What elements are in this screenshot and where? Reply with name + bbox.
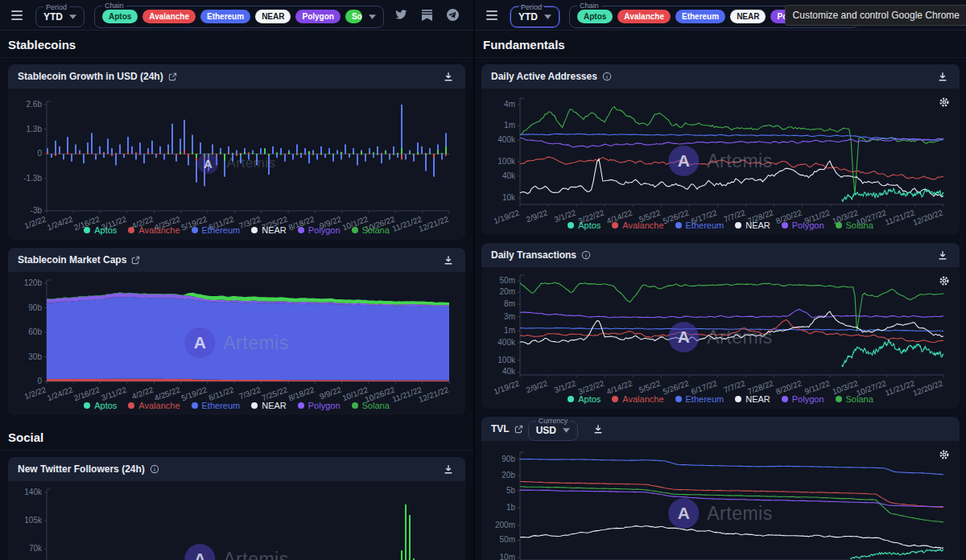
legend-item-near[interactable]: NEAR xyxy=(735,394,770,404)
legend-item-solana[interactable]: Solana xyxy=(352,225,390,235)
chevron-down-icon[interactable] xyxy=(369,14,376,19)
chain-chip-ethereum[interactable]: Ethereum xyxy=(200,10,250,23)
substack-icon[interactable] xyxy=(420,8,434,23)
chain-label: Chain xyxy=(577,2,601,10)
legend-item-avalanche[interactable]: Avalanche xyxy=(128,225,180,235)
gear-icon[interactable] xyxy=(937,274,952,288)
legend-label: NEAR xyxy=(262,401,287,410)
external-link-icon[interactable] xyxy=(131,256,140,265)
legend-item-aptos[interactable]: Aptos xyxy=(84,225,117,235)
external-link-icon[interactable] xyxy=(168,72,177,81)
svg-text:1m: 1m xyxy=(504,121,515,130)
legend-item-polygon[interactable]: Polygon xyxy=(782,394,824,404)
legend-item-aptos[interactable]: Aptos xyxy=(568,394,601,404)
svg-text:8/20/22: 8/20/22 xyxy=(774,378,803,396)
legend-label: Solana xyxy=(362,225,390,235)
svg-text:1/19/22: 1/19/22 xyxy=(493,378,522,396)
download-icon[interactable] xyxy=(591,422,605,436)
stablecoin-growth-chart[interactable]: 2.6b1.3b0-1.3b-3b1/2/221/24/222/16/223/1… xyxy=(13,90,460,237)
legend-item-ethereum[interactable]: Ethereum xyxy=(192,225,241,235)
period-label: Period xyxy=(518,3,544,11)
legend-dot xyxy=(612,222,618,229)
period-select[interactable]: Period YTD xyxy=(35,3,85,27)
tvl-chart[interactable]: 90b20b5b1b200m50m10m1/19/222/9/223/1/223… xyxy=(486,443,955,560)
svg-text:7/25/22: 7/25/22 xyxy=(261,385,290,402)
legend-item-avalanche[interactable]: Avalanche xyxy=(612,220,663,230)
download-icon[interactable] xyxy=(441,69,456,84)
svg-text:400k: 400k xyxy=(497,338,516,347)
gear-icon[interactable] xyxy=(937,95,952,109)
legend-item-near[interactable]: NEAR xyxy=(735,220,770,230)
gear-icon[interactable] xyxy=(937,447,952,462)
legend-item-solana[interactable]: Solana xyxy=(836,220,873,230)
twitter-icon[interactable] xyxy=(394,8,409,22)
legend-dot xyxy=(675,222,682,229)
download-icon[interactable] xyxy=(935,248,950,262)
legend-dot xyxy=(782,396,788,402)
legend-item-polygon[interactable]: Polygon xyxy=(298,225,341,235)
svg-text:3/22/22: 3/22/22 xyxy=(577,378,606,396)
info-icon[interactable] xyxy=(150,464,159,474)
chain-chip-ethereum[interactable]: Ethereum xyxy=(675,10,725,23)
legend-item-ethereum[interactable]: Ethereum xyxy=(675,220,724,230)
legend-item-near[interactable]: NEAR xyxy=(251,225,287,235)
legend-item-solana[interactable]: Solana xyxy=(352,401,390,410)
chart-legend: AptosAvalancheEthereumNEARPolygonSolana xyxy=(13,225,460,240)
legend-item-polygon[interactable]: Polygon xyxy=(782,220,824,230)
chain-chip-solana[interactable]: Solana xyxy=(345,10,362,23)
stablecoin-market-caps-chart[interactable]: 120b90b60b30b01/2/221/24/222/16/223/11/2… xyxy=(13,274,460,412)
svg-text:0: 0 xyxy=(37,377,42,385)
chart-title: TVL xyxy=(491,423,510,434)
telegram-icon[interactable] xyxy=(445,7,460,23)
chain-chip-avalanche[interactable]: Avalanche xyxy=(617,10,671,23)
left-topbar: Period YTD Chain AptosAvalancheEthereumN… xyxy=(0,0,473,31)
svg-text:7/28/22: 7/28/22 xyxy=(746,378,775,396)
legend-item-solana[interactable]: Solana xyxy=(836,394,873,404)
legend-dot xyxy=(128,227,134,233)
legend-item-ethereum[interactable]: Ethereum xyxy=(675,394,724,404)
new-twitter-followers-chart[interactable]: 140k105k70k35k01/2/221/24/222/16/223/11/… xyxy=(13,483,460,560)
chain-chip-avalanche[interactable]: Avalanche xyxy=(142,10,196,23)
legend-item-aptos[interactable]: Aptos xyxy=(84,401,117,410)
legend-label: Ethereum xyxy=(202,225,241,235)
svg-text:40k: 40k xyxy=(502,171,516,180)
svg-text:9/11/22: 9/11/22 xyxy=(803,378,832,396)
chart-legend: AptosAvalancheEthereumNEARPolygonSolana xyxy=(13,401,460,415)
download-icon[interactable] xyxy=(935,69,950,84)
daily-active-addresses-chart[interactable]: 4m1m400k100k40k10k1/19/222/9/223/1/223/2… xyxy=(486,90,955,232)
svg-text:120b: 120b xyxy=(24,278,43,287)
legend-item-polygon[interactable]: Polygon xyxy=(298,401,341,410)
svg-text:5/19/22: 5/19/22 xyxy=(180,385,209,402)
legend-item-near[interactable]: NEAR xyxy=(251,401,287,410)
legend-item-aptos[interactable]: Aptos xyxy=(568,220,601,230)
legend-item-ethereum[interactable]: Ethereum xyxy=(192,401,241,410)
hamburger-menu-icon[interactable] xyxy=(483,7,501,23)
period-value: YTD xyxy=(518,11,538,23)
download-icon[interactable] xyxy=(441,462,456,476)
period-select[interactable]: Period YTD xyxy=(510,3,559,27)
chain-chip-near[interactable]: NEAR xyxy=(255,10,291,23)
chain-select[interactable]: Chain AptosAvalancheEthereumNEARPolygonS… xyxy=(94,2,384,28)
svg-text:30b: 30b xyxy=(28,352,42,361)
chart-card-stablecoin-growth: Stablecoin Growth in USD (24h) 2.6b1.3b0… xyxy=(8,64,465,240)
legend-label: Avalanche xyxy=(138,401,180,410)
hamburger-menu-icon[interactable] xyxy=(8,7,26,23)
download-icon[interactable] xyxy=(441,253,456,267)
chain-chip-aptos[interactable]: Aptos xyxy=(577,10,613,23)
svg-text:100k: 100k xyxy=(497,157,516,166)
legend-label: Polygon xyxy=(308,401,341,410)
legend-dot xyxy=(192,402,198,409)
info-icon[interactable] xyxy=(602,72,612,81)
svg-text:8/18/22: 8/18/22 xyxy=(287,385,316,402)
daily-transactions-chart[interactable]: 50m20m8m3m1m400k100k40k1/19/222/9/223/1/… xyxy=(486,269,955,406)
legend-item-avalanche[interactable]: Avalanche xyxy=(612,394,663,404)
external-link-icon[interactable] xyxy=(514,425,523,434)
currency-select[interactable]: Currency USD xyxy=(528,417,579,441)
chain-chip-near[interactable]: NEAR xyxy=(730,10,766,23)
info-icon[interactable] xyxy=(581,250,591,260)
svg-text:4/25/22: 4/25/22 xyxy=(153,385,182,402)
chain-chip-polygon[interactable]: Polygon xyxy=(295,10,340,23)
legend-item-avalanche[interactable]: Avalanche xyxy=(128,401,180,410)
chain-chip-aptos[interactable]: Aptos xyxy=(102,10,138,23)
legend-label: Polygon xyxy=(792,394,824,404)
